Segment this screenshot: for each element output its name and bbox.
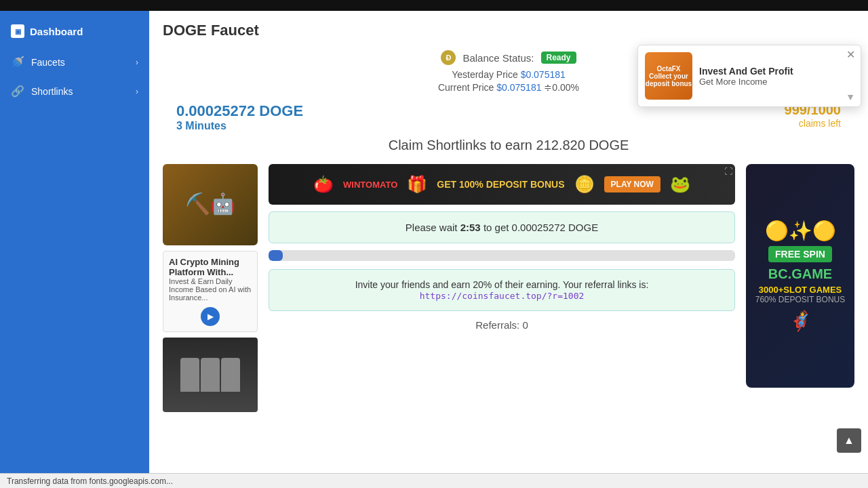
notification-image: OctaFX Collect your deposit bonus — [645, 52, 692, 100]
casino-banner[interactable]: 🟡✨🟡 FREE SPIN BC.GAME 3000+SLOT GAMES 76… — [746, 164, 854, 388]
referral-text: Invite your friends and earn 20% of thei… — [355, 279, 649, 290]
progress-bar-fill — [269, 250, 283, 261]
ad-text-section: AI Crypto Mining Platform With... Invest… — [163, 251, 258, 332]
top-bar — [0, 0, 868, 11]
price-change: ≑0.00% — [544, 82, 579, 93]
notification-close-button[interactable]: ✕ — [846, 49, 855, 60]
casino-gold-icons: 🟡✨🟡 — [765, 220, 836, 242]
referral-box: Invite your friends and earn 20% of thei… — [269, 269, 735, 311]
wait-box: Please wait 2:53 to get 0.00025272 DOGE — [269, 211, 735, 243]
status-bar: Transferring data from fonts.googleapis.… — [0, 473, 868, 488]
sidebar-item-faucets[interactable]: 🚿 Faucets › — [0, 47, 149, 77]
casino-character-icon: 🦸 — [789, 310, 812, 332]
status-bar-text: Transferring data from fonts.googleapis.… — [7, 476, 173, 486]
mining-ad-banner: ⛏️🤖 — [163, 164, 258, 245]
three-col-layout: ⛏️🤖 AI Crypto Mining Platform With... In… — [163, 164, 854, 412]
ad-play-button[interactable]: ▶ — [201, 307, 220, 326]
faucets-icon: 🚿 — [11, 56, 24, 68]
ad-text-desc: Invest & Earn Daily Income Based on AI w… — [169, 277, 252, 302]
notification-title: Invest And Get Profit — [699, 66, 854, 77]
shortlinks-chevron-icon: › — [136, 87, 138, 96]
person-icon-3 — [221, 358, 240, 392]
wait-prefix: Please wait — [406, 222, 460, 233]
sidebar-item-shortlinks-left: 🔗 Shortlinks — [11, 85, 73, 98]
wintomato-banner[interactable]: 🍅 WINTOMATO 🎁 GET 100% DEPOSIT BONUS 🪙 P… — [269, 164, 735, 205]
current-price-label: Current Price — [438, 82, 494, 93]
sidebar-item-faucets-left: 🚿 Faucets — [11, 56, 65, 68]
notification-content: Invest And Get Profit Get More Income — [699, 66, 854, 87]
wait-time: 2:53 — [460, 222, 481, 233]
balance-label: Balance Status: — [462, 52, 534, 64]
notification-minimize-button[interactable]: ▼ — [846, 92, 855, 102]
person-icon-2 — [201, 358, 220, 392]
wintomato-tomato-icon: 🍅 — [313, 175, 334, 194]
timer: 3 Minutes — [176, 120, 303, 132]
wintomato-gift-icon: 🎁 — [407, 175, 427, 194]
sidebar-item-shortlinks-label: Shortlinks — [31, 86, 73, 97]
ad-sub-image — [163, 338, 258, 412]
casino-bonus: 760% DEPOSIT BONUS — [755, 295, 846, 304]
faucets-chevron-icon: › — [136, 58, 138, 67]
doge-coin-icon: Ð — [441, 50, 456, 65]
referrals-count: Referrals: 0 — [269, 319, 735, 331]
notification-subtitle: Get More Income — [699, 77, 854, 87]
doge-amount-section: 0.00025272 DOGE 3 Minutes — [176, 102, 303, 132]
referral-link[interactable]: https://coinsfaucet.top/?r=1002 — [420, 291, 585, 301]
progress-bar-container — [269, 250, 735, 261]
bc-game-logo: BC.GAME — [768, 266, 832, 282]
sidebar-item-faucets-label: Faucets — [31, 57, 65, 68]
col-mid: 🍅 WINTOMATO 🎁 GET 100% DEPOSIT BONUS 🪙 P… — [269, 164, 735, 331]
scroll-to-top-button[interactable]: ▲ — [837, 428, 861, 453]
notification-popup: OctaFX Collect your deposit bonus Invest… — [637, 45, 861, 107]
shortlinks-icon: 🔗 — [11, 85, 24, 98]
wintomato-name: WINTOMATO — [343, 180, 397, 190]
page-title: DOGE Faucet — [163, 22, 854, 39]
doge-amount: 0.00025272 DOGE — [176, 102, 303, 120]
current-price-value: $0.075181 — [496, 82, 541, 93]
wintomato-play-button[interactable]: PLAY NOW — [604, 176, 660, 192]
expand-icon[interactable]: ⛶ — [724, 167, 732, 176]
sidebar-brand-label: Dashboard — [30, 26, 83, 37]
claims-label: claims left — [785, 118, 841, 129]
sidebar-item-shortlinks[interactable]: 🔗 Shortlinks › — [0, 77, 149, 106]
people-icons — [180, 358, 240, 392]
person-icon-1 — [180, 358, 199, 392]
yesterday-price-label: Yesterday Price — [452, 69, 518, 80]
wintomato-coin-icon: 🪙 — [574, 175, 595, 194]
sidebar: ▣ Dashboard 🚿 Faucets › 🔗 Shortlinks › — [0, 11, 149, 473]
sidebar-brand: ▣ Dashboard — [0, 18, 149, 47]
yesterday-price-value: $0.075181 — [521, 69, 566, 80]
wintomato-frog-icon: 🐸 — [670, 175, 690, 194]
dashboard-icon: ▣ — [11, 24, 24, 38]
mining-icon: ⛏️🤖 — [185, 192, 235, 216]
notification-img-text: OctaFX Collect your deposit bonus — [645, 65, 692, 87]
col-right: 🟡✨🟡 FREE SPIN BC.GAME 3000+SLOT GAMES 76… — [746, 164, 854, 388]
wait-suffix: to get 0.00025272 DOGE — [481, 222, 598, 233]
claim-shortlinks-text: Claim Shortlinks to earn 212.820 DOGE — [163, 138, 854, 153]
wintomato-offer: GET 100% DEPOSIT BONUS — [437, 179, 564, 190]
content-area: DOGE Faucet Ð Balance Status: Ready Yest… — [149, 11, 868, 473]
ready-badge: Ready — [541, 52, 576, 64]
ad-text-title: AI Crypto Mining Platform With... — [169, 257, 252, 277]
free-spin-badge: FREE SPIN — [768, 246, 832, 262]
casino-slots: 3000+SLOT GAMES — [759, 285, 842, 295]
col-left: ⛏️🤖 AI Crypto Mining Platform With... In… — [163, 164, 258, 412]
